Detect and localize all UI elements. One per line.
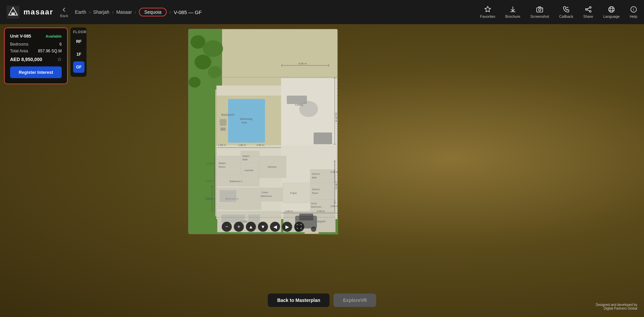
area-label: Total Area: [10, 49, 28, 53]
share-action[interactable]: Share: [583, 6, 593, 18]
svg-text:1.60 m: 1.60 m: [206, 179, 214, 182]
breadcrumb: Earth › Sharjah › Masaar › Sequoia › V-0…: [75, 8, 480, 16]
floor-rf-button[interactable]: RF: [73, 36, 85, 47]
favorites-action[interactable]: Favorites: [480, 6, 495, 18]
unit-label: V-085 — GF: [174, 9, 202, 15]
svg-text:Backyard: Backyard: [221, 113, 234, 116]
svg-rect-31: [228, 99, 265, 143]
bedrooms-row: Bedrooms 6: [10, 42, 62, 47]
unit-title: Unit V-085: [10, 34, 31, 39]
breadcrumb-sep-1: ›: [89, 9, 91, 15]
masaar-logo-icon: [7, 6, 19, 18]
breadcrumb-sep-3: ›: [135, 9, 136, 15]
svg-point-6: [589, 7, 591, 8]
svg-line-9: [587, 8, 590, 9]
svg-text:Kitchen: Kitchen: [268, 165, 277, 168]
callback-label: Callback: [559, 14, 573, 18]
svg-text:Laundry: Laundry: [244, 169, 253, 172]
screenshot-label: Screenshot: [530, 14, 549, 18]
breadcrumb-sharjah[interactable]: Sharjah: [93, 9, 109, 15]
unit-panel: Unit V-085 Available Bedrooms 6 Total Ar…: [4, 28, 68, 84]
tilt-up-button[interactable]: ▲: [246, 222, 256, 232]
register-interest-button[interactable]: Register Interest: [10, 66, 62, 78]
floor-1f-button[interactable]: 1F: [73, 49, 85, 60]
svg-rect-5: [541, 8, 542, 9]
floor-panel: FLOOR RF 1F GF: [70, 28, 87, 77]
svg-text:Guest: Guest: [311, 202, 317, 205]
floor-gf-button[interactable]: GF: [73, 61, 85, 73]
floor-panel-label: FLOOR: [73, 30, 84, 34]
download-icon: [509, 6, 517, 13]
footer-line2: Digital Partners Global: [596, 307, 637, 310]
phone-icon: [562, 6, 570, 13]
screenshot-action[interactable]: Screenshot: [530, 6, 549, 18]
navbar: masaar Back Earth › Sharjah › Masaar › S…: [0, 0, 644, 24]
svg-line-10: [587, 10, 590, 11]
footer: Designed and developed by Digital Partne…: [596, 303, 637, 310]
svg-rect-58: [220, 190, 236, 202]
language-label: Language: [603, 14, 620, 18]
back-button[interactable]: Back: [60, 7, 68, 18]
breadcrumb-earth[interactable]: Earth: [75, 9, 86, 15]
svg-rect-36: [220, 127, 226, 131]
brochure-action[interactable]: Brochure: [505, 6, 521, 18]
svg-text:Washroom: Washroom: [311, 206, 321, 208]
brochure-label: Brochure: [505, 14, 521, 18]
info-icon: i: [630, 6, 637, 13]
callback-action[interactable]: Callback: [559, 6, 573, 18]
breadcrumb-sep-2: ›: [112, 9, 114, 15]
explore-vr-button[interactable]: ExploreVR: [334, 294, 376, 307]
favorites-label: Favorites: [480, 14, 495, 18]
floorplan-area: Swimming Pool Backyard Living Maid's Roo…: [188, 29, 338, 234]
svg-text:Guest: Guest: [262, 191, 268, 194]
svg-text:Room: Room: [219, 165, 225, 168]
pan-left-button[interactable]: ◀: [270, 222, 280, 232]
svg-text:Bath: Bath: [243, 158, 248, 161]
zoom-in-button[interactable]: +: [234, 222, 244, 232]
navbar-actions: Favorites Brochure Screenshot Callback: [480, 6, 637, 18]
svg-text:Bath: Bath: [312, 176, 317, 179]
area-value: 857.96 SQ.M: [38, 49, 62, 53]
tilt-down-button[interactable]: ▼: [258, 222, 268, 232]
svg-text:Bathroom 1: Bathroom 1: [230, 180, 243, 183]
area-row: Total Area 857.96 SQ.M: [10, 49, 62, 53]
svg-point-21: [195, 55, 211, 69]
svg-rect-41: [314, 133, 332, 144]
bedrooms-label: Bedrooms: [10, 42, 29, 47]
svg-point-12: [610, 7, 613, 12]
language-action[interactable]: Language: [603, 6, 620, 18]
svg-rect-67: [310, 183, 335, 200]
floorplan-svg: Swimming Pool Backyard Living Maid's Roo…: [188, 29, 338, 234]
svg-text:Driver's: Driver's: [312, 173, 320, 175]
back-to-masterplan-button[interactable]: Back to Masterplan: [268, 294, 329, 307]
help-action[interactable]: i Help: [630, 6, 637, 18]
svg-rect-59: [261, 188, 283, 201]
camera-icon: [536, 6, 543, 13]
svg-rect-2: [11, 12, 15, 15]
svg-point-4: [539, 9, 541, 11]
svg-text:Washroom: Washroom: [261, 195, 272, 197]
zoom-out-button[interactable]: −: [222, 222, 232, 232]
share-label: Share: [583, 14, 593, 18]
logo-text: masaar: [23, 8, 53, 16]
svg-text:Room: Room: [312, 192, 318, 194]
svg-text:2.00 m: 2.00 m: [317, 210, 325, 213]
svg-text:1.90 m: 1.90 m: [285, 210, 293, 213]
breadcrumb-sequoia[interactable]: Sequoia: [139, 8, 167, 16]
svg-text:2.39 m: 2.39 m: [330, 170, 338, 173]
breadcrumb-masaar[interactable]: Masaar: [116, 9, 132, 15]
svg-point-7: [589, 11, 591, 12]
svg-text:i: i: [633, 7, 634, 11]
svg-text:1.80 m: 1.80 m: [238, 144, 246, 147]
fullscreen-button[interactable]: ⛶: [294, 222, 304, 232]
bedrooms-value: 6: [59, 42, 62, 47]
share-icon: [585, 6, 592, 13]
svg-rect-24: [189, 89, 215, 183]
star-icon: [484, 6, 491, 13]
svg-text:Carport: Carport: [315, 220, 326, 223]
favorite-star-icon[interactable]: ☆: [57, 56, 62, 62]
svg-text:1.50 m: 1.50 m: [335, 181, 338, 190]
svg-point-23: [189, 77, 201, 88]
svg-rect-79: [299, 214, 313, 220]
pan-right-button[interactable]: ▶: [282, 222, 292, 232]
